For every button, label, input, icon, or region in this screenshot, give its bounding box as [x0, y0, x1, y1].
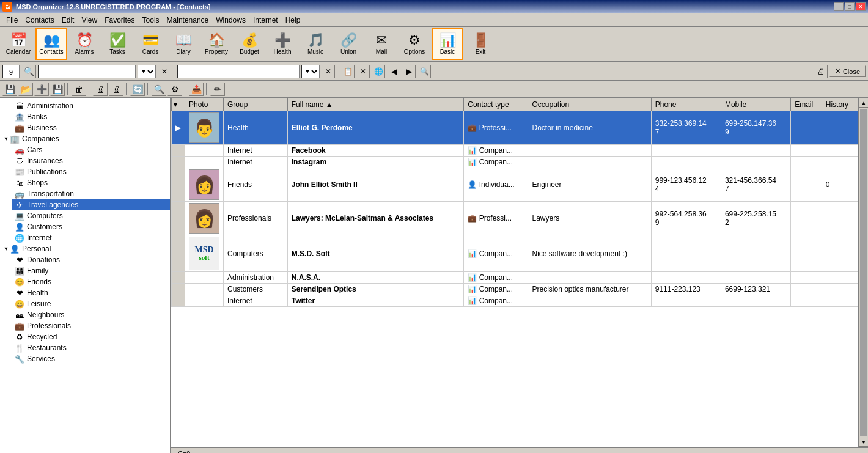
- search-clear-btn[interactable]: ✕: [158, 65, 171, 78]
- toolbar-contacts[interactable]: 👥 Contacts: [35, 28, 67, 60]
- col-phone[interactable]: Phone: [651, 98, 721, 111]
- sidebar-item-health-personal[interactable]: ❤ Health: [12, 287, 170, 298]
- sidebar-item-personal[interactable]: ▼ 👤 Personal: [0, 243, 170, 254]
- group-btn[interactable]: 🌐: [372, 65, 385, 78]
- table-scroll[interactable]: ▼ Photo Group Full name ▲ Contact type O…: [171, 98, 868, 447]
- toolbar-alarms[interactable]: ⏰ Alarms: [68, 28, 100, 60]
- minimize-button[interactable]: —: [834, 2, 844, 11]
- toolbar-cards[interactable]: 💳 Cards: [134, 28, 166, 60]
- menu-maintenance[interactable]: Maintenance: [163, 15, 213, 26]
- edit-btn[interactable]: ✏: [210, 83, 225, 96]
- table-row[interactable]: Customers Serendipen Optics 📊 Compan... …: [172, 284, 858, 295]
- toolbar-calendar[interactable]: 📅 Calendar: [2, 28, 34, 60]
- find-btn[interactable]: 🔍: [152, 83, 166, 96]
- sidebar-item-business[interactable]: 💼 Business: [0, 122, 170, 133]
- sidebar-item-companies[interactable]: ▼ 🏢 Companies: [0, 133, 170, 144]
- options2-btn[interactable]: ⚙: [167, 83, 182, 96]
- table-row[interactable]: 👩 Professionals Lawyers: McLelan-Saltman…: [172, 202, 858, 235]
- print-btn[interactable]: 🖨: [93, 83, 108, 96]
- col-contact-type[interactable]: Contact type: [464, 98, 528, 111]
- new-btn[interactable]: 💾: [2, 83, 17, 96]
- close-button[interactable]: ✕ Close: [829, 65, 866, 77]
- filter-apply-btn[interactable]: 📋: [341, 65, 355, 78]
- toolbar-union[interactable]: 🔗 Union: [333, 28, 364, 60]
- search-dropdown[interactable]: ▼: [138, 65, 156, 78]
- col-email[interactable]: Email: [791, 98, 822, 111]
- sidebar-item-recycled[interactable]: ♻ Recycled: [0, 331, 170, 342]
- sidebar-item-insurances[interactable]: 🛡 Insurances: [12, 155, 170, 166]
- sidebar-item-friends[interactable]: 😊 Friends: [12, 276, 170, 287]
- open-btn[interactable]: 📂: [18, 83, 33, 96]
- refresh-btn[interactable]: 🔄: [130, 83, 145, 96]
- sidebar-item-leisure[interactable]: 😀 Leisure: [12, 298, 170, 309]
- sidebar-item-family[interactable]: 👨‍👩‍👧 Family: [12, 265, 170, 276]
- table-row[interactable]: Internet Twitter 📊 Compan...: [172, 295, 858, 307]
- print2-btn[interactable]: 🖨: [109, 83, 123, 96]
- filter-input[interactable]: [177, 65, 300, 78]
- scroll-up-btn[interactable]: ▲: [859, 98, 868, 108]
- col-fullname[interactable]: Full name ▲: [287, 98, 464, 111]
- menu-file[interactable]: File: [2, 15, 21, 26]
- sidebar-item-restaurants[interactable]: 🍴 Restaurants: [0, 342, 170, 353]
- sidebar-item-travel[interactable]: ✈ Travel agencies: [12, 199, 170, 210]
- export-btn[interactable]: 📤: [189, 83, 204, 96]
- sidebar-item-internet[interactable]: 🌐 Internet: [0, 232, 170, 243]
- table-row[interactable]: ▶ 👨 Health Elliot G. Perdome 💼 Professi.…: [172, 111, 858, 145]
- menu-contacts[interactable]: Contacts: [21, 15, 57, 26]
- expand-companies[interactable]: ▼: [2, 135, 10, 142]
- toolbar-tasks[interactable]: ✅ Tasks: [101, 28, 133, 60]
- toolbar-property[interactable]: 🏠 Property: [200, 28, 232, 60]
- menu-edit[interactable]: Edit: [58, 15, 78, 26]
- save-btn[interactable]: 💾: [50, 83, 65, 96]
- vertical-scrollbar[interactable]: ▲ ▼: [858, 98, 868, 447]
- sidebar-item-donations[interactable]: ❤ Donations: [12, 254, 170, 265]
- search-input[interactable]: [38, 65, 136, 78]
- back-btn[interactable]: ◀: [387, 65, 400, 78]
- sidebar-item-neighbours[interactable]: 🏘 Neighbours: [12, 309, 170, 320]
- menu-view[interactable]: View: [78, 15, 101, 26]
- sidebar-item-shops[interactable]: 🛍 Shops: [12, 177, 170, 188]
- sidebar-item-publications[interactable]: 📰 Publications: [12, 166, 170, 177]
- menu-help[interactable]: Help: [282, 15, 304, 26]
- filter-dropdown[interactable]: ▼: [301, 65, 320, 78]
- menu-favorites[interactable]: Favorites: [101, 15, 138, 26]
- sidebar-item-administration[interactable]: 🏛 Administration: [0, 100, 170, 111]
- col-history[interactable]: History: [822, 98, 858, 111]
- filter-remove-btn[interactable]: ✕: [356, 65, 370, 78]
- scroll-down-btn[interactable]: ▼: [859, 437, 868, 447]
- toolbar-budget[interactable]: 💰 Budget: [234, 28, 265, 60]
- expand-personal[interactable]: ▼: [2, 245, 10, 252]
- table-row[interactable]: Internet Instagram 📊 Compan...: [172, 157, 858, 168]
- col-occupation[interactable]: Occupation: [528, 98, 651, 111]
- delete-btn[interactable]: 🗑: [72, 83, 86, 96]
- col-mobile[interactable]: Mobile: [721, 98, 790, 111]
- toolbar-mail[interactable]: ✉ Mail: [366, 28, 397, 60]
- maximize-button[interactable]: □: [845, 2, 855, 11]
- toolbar-music[interactable]: 🎵 Music: [300, 28, 331, 60]
- sidebar-item-customers[interactable]: 👤 Customers: [0, 221, 170, 232]
- scroll-thumb[interactable]: [860, 109, 867, 436]
- sidebar-item-professionals[interactable]: 💼 Professionals: [0, 320, 170, 331]
- sidebar-item-transportation[interactable]: 🚌 Transportation: [12, 188, 170, 199]
- sidebar-item-computers[interactable]: 💻 Computers: [0, 210, 170, 221]
- toolbar-exit[interactable]: 🚪 Exit: [465, 28, 496, 60]
- print-icon-btn[interactable]: 🖨: [814, 65, 828, 78]
- search-go-btn[interactable]: 🔍: [417, 65, 431, 78]
- filter-icon-btn[interactable]: 🔍: [21, 65, 36, 78]
- toolbar-options[interactable]: ⚙ Options: [399, 28, 430, 60]
- sidebar-item-services[interactable]: 🔧 Services: [0, 353, 170, 364]
- table-row[interactable]: MSD soft Computers M.S.D. Soft 📊 Compan.…: [172, 235, 858, 272]
- col-group[interactable]: Group: [224, 98, 288, 111]
- toolbar-health[interactable]: ➕ Health: [267, 28, 298, 60]
- toolbar-diary[interactable]: 📖 Diary: [167, 28, 199, 60]
- add-btn[interactable]: ➕: [34, 83, 49, 96]
- menu-windows[interactable]: Windows: [212, 15, 249, 26]
- table-row[interactable]: 👩 Friends John Elliot Smith II 👤 Individ…: [172, 168, 858, 202]
- toolbar-basic[interactable]: 📊 Basic: [432, 28, 463, 60]
- table-row[interactable]: Internet Facebook 📊 Compan...: [172, 145, 858, 157]
- sidebar-item-cars[interactable]: 🚗 Cars: [12, 144, 170, 155]
- menu-tools[interactable]: Tools: [139, 15, 163, 26]
- fwd-btn[interactable]: ▶: [402, 65, 416, 78]
- filter-clear-btn[interactable]: ✕: [322, 65, 335, 78]
- menu-internet[interactable]: Internet: [249, 15, 282, 26]
